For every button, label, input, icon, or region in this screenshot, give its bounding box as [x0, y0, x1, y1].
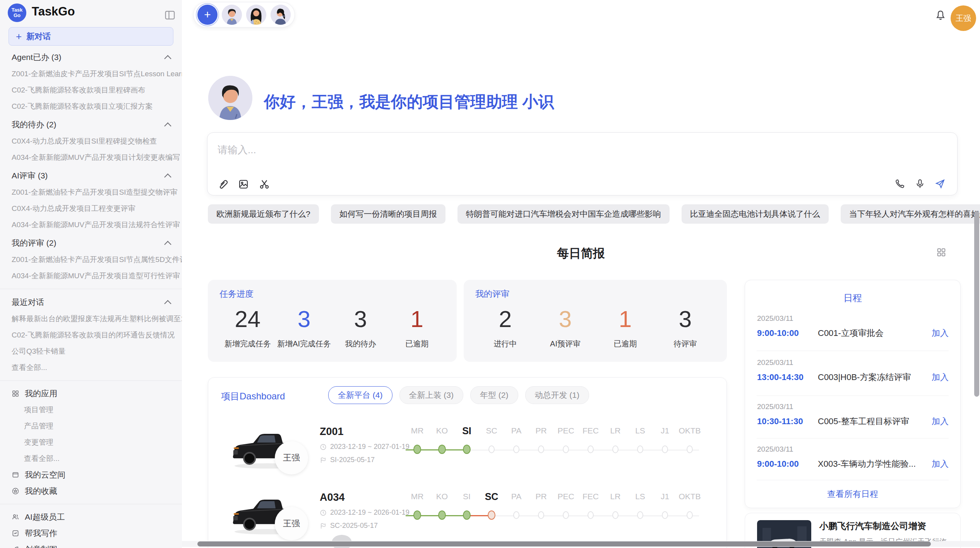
list-item[interactable]: Z001-全新燃油皮卡产品开发项目SI节点Lesson Learn报告	[0, 66, 182, 82]
list-item[interactable]: C02-飞腾新能源轻客改款项目里程碑画布	[0, 82, 182, 98]
milestone-dot	[513, 511, 519, 519]
view-all-schedule[interactable]: 查看所有日程	[745, 488, 960, 500]
add-agent-button[interactable]: +	[197, 5, 218, 25]
sidebar-item-my-apps[interactable]: 我的应用	[0, 385, 182, 402]
sidebar-item-cloud-space[interactable]: 我的云空间	[0, 467, 182, 483]
suggestion-chip[interactable]: 如何写一份清晰的项目周报	[331, 204, 445, 224]
section-agent-done[interactable]: Agent已办 (3)	[0, 49, 182, 66]
list-item[interactable]: A034-全新新能源MUV产品开发项目计划变更表编写	[0, 149, 182, 166]
plus-icon: +	[16, 31, 22, 41]
section-ai-review[interactable]: AI评审 (3)	[0, 167, 182, 184]
my-review-card: 我的评审 2 进行中 3 AI预评审 1 已逾期 3 待评审	[464, 280, 727, 362]
news-title: 小鹏飞行汽车制造公司增资	[819, 520, 926, 532]
suggestion-chip[interactable]: 当下年轻人对汽车外观有怎样的喜好趋势	[841, 204, 980, 224]
chat-input[interactable]	[210, 140, 683, 160]
sidebar-item-favorites[interactable]: 我的收藏	[0, 483, 182, 499]
sidebar-item-product-mgmt[interactable]: 产品管理	[0, 418, 182, 434]
suggestion-chip[interactable]: 欧洲新规最近颁布了什么?	[208, 204, 319, 224]
schedule-event: 2025/03/11 9:00-10:00 C001-立项审批会 加入	[757, 314, 949, 339]
list-item[interactable]: C0X4-动力总成开发项目工程变更评审	[0, 200, 182, 217]
collapse-sidebar-icon[interactable]	[164, 9, 176, 21]
join-link[interactable]: 加入	[932, 416, 949, 427]
vertical-scrollbar[interactable]	[974, 211, 979, 397]
chevron-up-icon	[164, 300, 171, 307]
paperclip-icon[interactable]	[217, 178, 228, 190]
sidebar-item-project-mgmt[interactable]: 项目管理	[0, 402, 182, 418]
divider	[757, 438, 949, 438]
milestone-dot	[662, 511, 668, 519]
horizontal-scrollbar[interactable]	[197, 541, 931, 546]
tab-model-year[interactable]: 年型 (2)	[470, 386, 518, 404]
list-item[interactable]: C02-飞腾新能源轻客改款项目立项汇报方案	[0, 98, 182, 115]
milestone-dot-done	[413, 510, 421, 520]
suggestion-chip[interactable]: 特朗普可能对进口汽车增税会对中国车企造成哪些影响	[457, 204, 670, 224]
list-item[interactable]: Z001-全新燃油轻卡产品开发项目SI造型提交物评审	[0, 184, 182, 200]
stat: 2 进行中	[475, 305, 535, 349]
join-link[interactable]: 加入	[932, 372, 949, 383]
logo-line1: Task	[12, 7, 23, 13]
new-chat-label: 新对话	[26, 31, 51, 42]
section-my-review[interactable]: 我的评审 (2)	[0, 235, 182, 252]
send-icon[interactable]	[935, 178, 946, 190]
app-window: Task Go TaskGo + 新对话 Agent已办 (3) Z001-全新…	[0, 0, 980, 548]
agent-quickbar: +	[193, 2, 295, 27]
sidebar-item-ai-super-staff[interactable]: AI超级员工	[0, 509, 182, 525]
stat: 3 新增AI完成任务	[276, 305, 332, 349]
user-avatar[interactable]: 王强	[951, 5, 976, 31]
sidebar-item-creative-drawing[interactable]: 创意制图	[0, 541, 182, 548]
grid-layout-icon[interactable]	[936, 247, 947, 258]
project-row[interactable]: 王强 A034 2023-12-19 ~ 2026-01-19	[208, 482, 726, 548]
view-all-apps[interactable]: 查看全部...	[0, 450, 182, 467]
project-owner-badge: 王强	[275, 441, 308, 474]
sidebar: Task Go TaskGo + 新对话 Agent已办 (3) Z001-全新…	[0, 0, 182, 548]
avatar-agent-1[interactable]	[222, 5, 242, 25]
image-icon[interactable]	[238, 178, 249, 190]
milestone-dot	[687, 445, 693, 453]
project-next-milestone: SC-2025-05-17	[330, 522, 378, 530]
new-chat-button[interactable]: + 新对话	[9, 27, 173, 46]
assistant-avatar	[208, 76, 252, 120]
list-item[interactable]: A034-全新新能源MUV产品开发项目造型可行性评审	[0, 268, 182, 284]
avatar-agent-2[interactable]	[246, 5, 266, 25]
phone-icon[interactable]	[894, 178, 906, 190]
milestone-dot-done	[413, 445, 421, 454]
microphone-icon[interactable]	[915, 178, 926, 190]
join-link[interactable]: 加入	[932, 458, 949, 470]
milestone-dot	[637, 445, 643, 453]
bell-icon[interactable]	[934, 9, 947, 22]
project-info: Z001 2023-12-19 ~ 2027-01-19	[320, 426, 409, 464]
view-all-recent[interactable]: 查看全部...	[0, 360, 182, 376]
app-title: TaskGo	[32, 5, 75, 19]
project-info: A034 2023-12-19 ~ 2026-01-19	[320, 491, 409, 530]
tab-new-body[interactable]: 全新上装 (3)	[399, 386, 464, 404]
sidebar-item-help-me-write[interactable]: 帮我写作	[0, 525, 182, 541]
avatar-agent-3[interactable]	[271, 5, 291, 25]
join-link[interactable]: 加入	[932, 327, 949, 339]
list-item[interactable]: 公司Q3轻卡销量	[0, 343, 182, 360]
sidebar-item-change-mgmt[interactable]: 变更管理	[0, 434, 182, 450]
divider	[0, 504, 182, 504]
tab-powertrain[interactable]: 动总开发 (1)	[525, 386, 589, 404]
milestone-dot	[662, 445, 668, 453]
section-recent-chats[interactable]: 最近对话	[0, 294, 182, 311]
clock-icon	[320, 509, 327, 516]
flag-icon	[320, 522, 327, 529]
tab-new-platform[interactable]: 全新平台 (4)	[328, 386, 392, 404]
list-item[interactable]: Z001-全新燃油轻卡产品开发项目SI节点属性5D文件评审	[0, 252, 182, 268]
flag-icon	[320, 457, 327, 464]
scissors-icon[interactable]	[259, 178, 270, 190]
project-dates: 2023-12-19 ~ 2026-01-19	[330, 509, 409, 517]
list-item[interactable]: 解释最新出台的欧盟报废车法规再生塑料比例被调至15%...	[0, 311, 182, 327]
people-icon	[12, 513, 19, 521]
chevron-up-icon	[164, 122, 171, 129]
milestone-dot	[588, 445, 594, 453]
list-item[interactable]: C02-飞腾新能源轻客改款项目的闭环通告反馈情况	[0, 327, 182, 343]
project-row[interactable]: 王强 Z001 2023-12-19 ~ 2027-01-19	[208, 416, 726, 482]
section-my-todo[interactable]: 我的待办 (2)	[0, 116, 182, 133]
list-item[interactable]: A034-全新新能源MUV产品开发项目法规符合性评审	[0, 217, 182, 233]
suggestion-chip[interactable]: 比亚迪全固态电池计划具体说了什么	[682, 204, 829, 224]
project-next-milestone: SI-2025-05-17	[330, 456, 375, 464]
star-circle-icon	[12, 487, 19, 495]
list-item[interactable]: C0X4-动力总成开发项目SI里程碑提交物检查	[0, 133, 182, 149]
milestone-dot	[588, 511, 594, 519]
